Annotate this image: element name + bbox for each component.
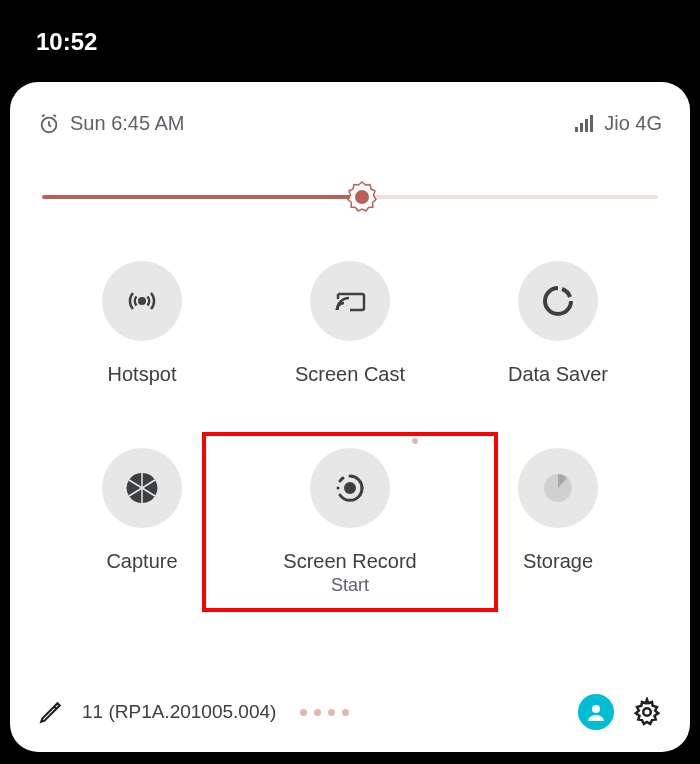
- indicator-dot: [412, 438, 418, 444]
- svg-point-5: [355, 190, 369, 204]
- tile-label: Hotspot: [108, 363, 177, 386]
- tile-data-saver[interactable]: Data Saver: [454, 261, 662, 386]
- tile-hotspot[interactable]: Hotspot: [38, 261, 246, 386]
- svg-point-13: [344, 482, 356, 494]
- edit-icon[interactable]: [38, 699, 64, 725]
- panel-top-row: Sun 6:45 AM Jio 4G: [38, 112, 662, 135]
- slider-track-filled: [42, 195, 362, 199]
- tile-label: Capture: [106, 550, 177, 573]
- storage-icon: [518, 448, 598, 528]
- signal-icon: [574, 114, 594, 134]
- svg-rect-2: [580, 123, 583, 132]
- tile-screen-cast[interactable]: Screen Cast: [246, 261, 454, 386]
- alarm-label: Sun 6:45 AM: [70, 112, 185, 135]
- hotspot-icon: [102, 261, 182, 341]
- page-indicator: [300, 709, 349, 716]
- tile-label: Data Saver: [508, 363, 608, 386]
- tiles-grid: Hotspot Screen Cast: [38, 261, 662, 596]
- data-saver-icon: [518, 261, 598, 341]
- alarm-icon: [38, 113, 60, 135]
- slider-track-empty: [362, 195, 658, 199]
- svg-rect-3: [585, 119, 588, 132]
- alarm-info[interactable]: Sun 6:45 AM: [38, 112, 185, 135]
- network-info[interactable]: Jio 4G: [574, 112, 662, 135]
- tile-sublabel: Start: [331, 575, 369, 596]
- cast-icon: [310, 261, 390, 341]
- svg-point-15: [592, 705, 600, 713]
- status-time: 10:52: [0, 0, 700, 56]
- svg-point-6: [138, 297, 146, 305]
- settings-icon[interactable]: [632, 697, 662, 727]
- svg-rect-4: [590, 115, 593, 132]
- user-avatar[interactable]: [578, 694, 614, 730]
- build-text: 11 (RP1A.201005.004): [82, 701, 276, 723]
- aperture-icon: [102, 448, 182, 528]
- record-icon: [310, 448, 390, 528]
- network-label: Jio 4G: [604, 112, 662, 135]
- svg-point-16: [643, 708, 651, 716]
- slider-thumb[interactable]: [345, 180, 379, 214]
- quick-settings-panel: Sun 6:45 AM Jio 4G: [10, 82, 690, 752]
- brightness-slider[interactable]: [42, 185, 658, 209]
- tile-screen-record[interactable]: Screen Record Start: [246, 448, 454, 596]
- tile-label: Storage: [523, 550, 593, 573]
- tile-label: Screen Cast: [295, 363, 405, 386]
- phone-frame: 10:52 Sun 6:45 AM Jio 4G: [0, 0, 700, 764]
- tile-label: Screen Record: [283, 550, 416, 573]
- panel-footer: 11 (RP1A.201005.004): [38, 694, 662, 730]
- svg-rect-1: [575, 127, 578, 132]
